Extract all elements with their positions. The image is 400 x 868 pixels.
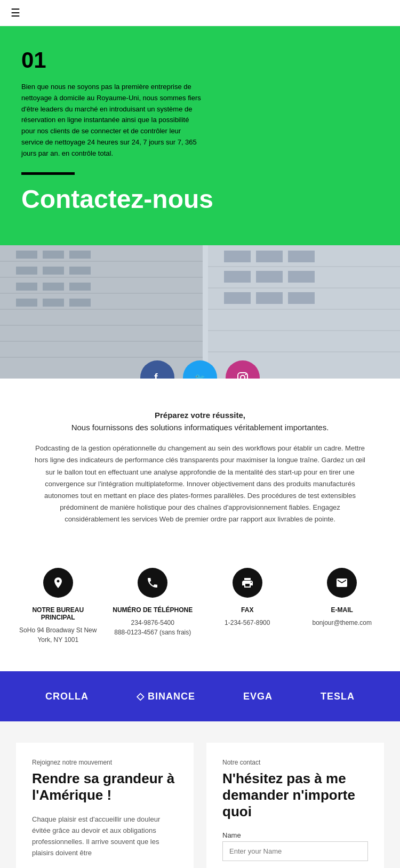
svg-rect-20 xyxy=(69,299,91,307)
address-label: NOTRE BUREAU PRINCIPAL xyxy=(16,606,100,621)
hero-section: 01 Bien que nous ne soyons pas la premiè… xyxy=(0,26,400,245)
hero-title: Contactez-nous xyxy=(21,186,379,214)
email-value: bonjour@theme.com xyxy=(300,618,385,628)
svg-rect-19 xyxy=(43,299,64,307)
fax-value: 1-234-567-8900 xyxy=(205,618,290,628)
svg-rect-16 xyxy=(43,283,64,291)
brand-tesla: TESLA xyxy=(321,691,355,702)
menu-icon[interactable]: ☰ xyxy=(11,7,20,19)
middle-tagline: Préparez votre réussite, xyxy=(32,411,368,420)
header: ☰ xyxy=(0,0,400,26)
facebook-icon[interactable]: f xyxy=(140,360,174,379)
svg-rect-28 xyxy=(256,251,283,262)
address-value: SoHo 94 Broadway St New York, NY 1001 xyxy=(16,625,100,645)
name-field-group: Name xyxy=(222,831,368,861)
svg-rect-1 xyxy=(0,245,203,379)
contact-item-email: E-MAIL bonjour@theme.com xyxy=(295,568,390,645)
fax-label: FAX xyxy=(205,606,290,614)
phone-icon xyxy=(138,568,167,598)
svg-rect-30 xyxy=(224,271,251,283)
left-column: Rejoignez notre mouvement Rendre sa gran… xyxy=(16,743,194,868)
svg-rect-10 xyxy=(43,251,64,259)
email-label: E-MAIL xyxy=(300,606,385,614)
contact-info-section: NOTRE BUREAU PRINCIPAL SoHo 94 Broadway … xyxy=(0,546,400,671)
contact-item-phone: NUMÉRO DE TÉLÉPHONE 234-9876-5400 888-01… xyxy=(106,568,201,645)
building-section: f 🐦 xyxy=(0,245,400,379)
svg-rect-31 xyxy=(256,271,283,283)
svg-rect-35 xyxy=(288,292,315,304)
bottom-section: Rejoignez notre mouvement Rendre sa gran… xyxy=(0,721,400,868)
hero-divider xyxy=(21,172,75,175)
social-icons: f 🐦 xyxy=(140,360,260,379)
svg-rect-13 xyxy=(43,267,64,275)
svg-rect-33 xyxy=(224,292,251,304)
svg-rect-18 xyxy=(16,299,37,307)
left-subtitle: Rejoignez notre mouvement xyxy=(32,759,178,766)
svg-rect-15 xyxy=(16,283,37,291)
phone-label: NUMÉRO DE TÉLÉPHONE xyxy=(111,606,195,614)
building-illustration xyxy=(0,245,400,379)
svg-rect-17 xyxy=(69,283,91,291)
phone-value: 234-9876-5400 888-0123-4567 (sans frais) xyxy=(111,618,195,637)
brands-section: CROLLA ◇ BINANCE EVGA TESLA xyxy=(0,671,400,721)
svg-rect-27 xyxy=(224,251,251,262)
brand-crolla: CROLLA xyxy=(45,691,89,702)
name-input[interactable] xyxy=(222,841,368,861)
name-label: Name xyxy=(222,831,368,839)
right-title: N'hésitez pas à me demander n'importe qu… xyxy=(222,770,368,821)
svg-text:f: f xyxy=(154,372,158,379)
twitter-icon[interactable]: 🐦 xyxy=(183,360,217,379)
svg-text:🐦: 🐦 xyxy=(195,373,205,379)
svg-rect-9 xyxy=(16,251,37,259)
brand-binance: ◇ BINANCE xyxy=(137,690,195,702)
middle-body: Podcasting de la gestion opérationnelle … xyxy=(32,443,368,525)
brand-evga: EVGA xyxy=(243,691,273,702)
hero-number: 01 xyxy=(21,47,379,73)
svg-point-39 xyxy=(241,375,245,379)
svg-rect-12 xyxy=(16,267,37,275)
svg-rect-32 xyxy=(288,271,315,283)
svg-rect-29 xyxy=(288,251,315,262)
svg-point-40 xyxy=(245,374,247,375)
left-title: Rendre sa grandeur à l'Amérique ! xyxy=(32,770,178,803)
address-icon xyxy=(43,568,73,598)
right-column: Notre contact N'hésitez pas à me demande… xyxy=(206,743,384,868)
svg-rect-21 xyxy=(208,245,400,379)
middle-section: Préparez votre réussite, Nous fournisson… xyxy=(0,379,400,546)
right-subtitle: Notre contact xyxy=(222,759,368,766)
contact-item-address: NOTRE BUREAU PRINCIPAL SoHo 94 Broadway … xyxy=(11,568,106,645)
fax-icon xyxy=(233,568,262,598)
instagram-icon[interactable] xyxy=(226,360,260,379)
left-body1: Chaque plaisir est d'accueillir une doul… xyxy=(32,814,178,858)
email-icon xyxy=(327,568,357,598)
middle-sub: Nous fournissons des solutions informati… xyxy=(32,423,368,432)
svg-rect-34 xyxy=(256,292,283,304)
hero-description: Bien que nous ne soyons pas la première … xyxy=(21,82,203,159)
svg-rect-14 xyxy=(69,267,91,275)
svg-rect-11 xyxy=(69,251,91,259)
contact-item-fax: FAX 1-234-567-8900 xyxy=(200,568,295,645)
